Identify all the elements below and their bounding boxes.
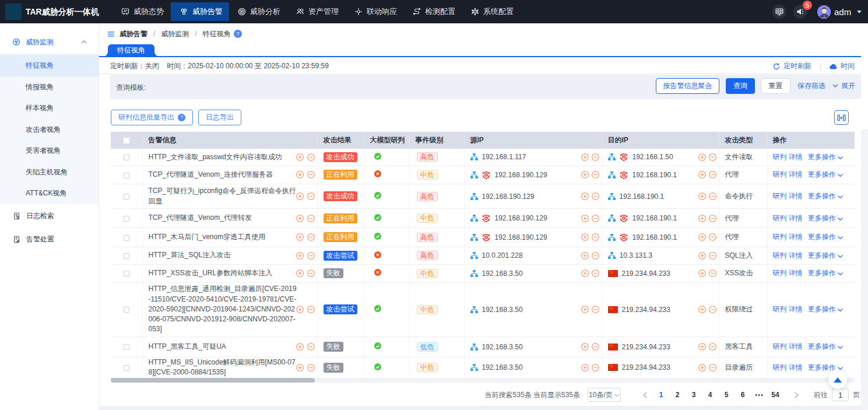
- svg-text:?: ?: [236, 31, 239, 37]
- svg-text:?: ?: [180, 114, 183, 120]
